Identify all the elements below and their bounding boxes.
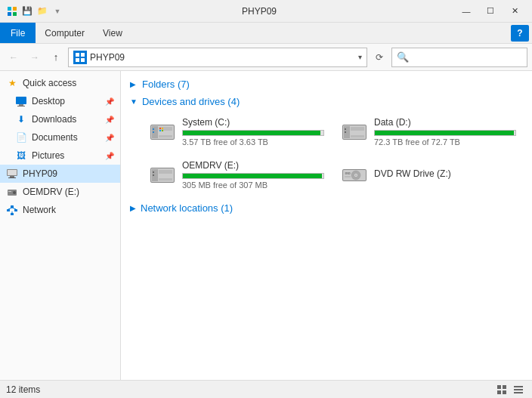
sidebar-item-quick-access[interactable]: ★ Quick access — [0, 74, 120, 92]
new-folder-icon: 📁 — [36, 5, 48, 17]
hdd-icon-d — [341, 119, 368, 146]
svg-rect-16 — [8, 191, 11, 192]
desktop-icon — [15, 95, 27, 107]
oemdrv-icon — [6, 186, 18, 198]
drive-item-e[interactable]: OEMDRV (E:) 305 MB free of 307 MB — [142, 155, 331, 195]
sidebar-item-documents[interactable]: 📄 Documents 📌 — [0, 128, 120, 147]
drive-name-c: System (C:) — [182, 117, 324, 128]
network-icon — [6, 204, 18, 216]
help-button[interactable]: ? — [511, 25, 529, 42]
computer-menu[interactable]: Computer — [36, 23, 94, 43]
svg-rect-8 — [16, 97, 26, 104]
folders-arrow-icon: ▶ — [130, 80, 136, 88]
grid-view-button[interactable] — [494, 383, 509, 396]
refresh-button[interactable]: ⟳ — [370, 48, 388, 66]
sidebar-item-downloads[interactable]: ⬇ Downloads 📌 — [0, 110, 120, 128]
title-bar-icons: 💾 📁 ▼ — [6, 5, 63, 17]
sidebar-item-phyp09[interactable]: PHYP09 — [0, 165, 120, 183]
view-icons — [494, 383, 526, 396]
drive-free-c: 3.57 TB free of 3.63 TB — [182, 137, 324, 147]
file-menu[interactable]: File — [0, 23, 36, 43]
svg-rect-34 — [162, 128, 163, 129]
svg-rect-29 — [153, 131, 154, 133]
window-title: PHYP09 — [68, 6, 450, 17]
svg-rect-13 — [10, 176, 14, 177]
sidebar-item-oemdrv[interactable]: OEMDRV (E:) — [0, 183, 120, 201]
svg-text:DVD: DVD — [345, 172, 351, 175]
address-icon — [73, 51, 87, 64]
address-dropdown[interactable]: ▾ — [358, 53, 362, 61]
svg-rect-36 — [162, 130, 163, 131]
status-bar: 12 items — [0, 380, 532, 398]
svg-rect-12 — [8, 170, 17, 175]
drive-free-e: 305 MB free of 307 MB — [182, 180, 324, 190]
drive-info-e: OEMDRV (E:) 305 MB free of 307 MB — [182, 160, 324, 190]
devices-arrow-icon: ▼ — [130, 97, 138, 106]
pin-icon4: 📌 — [105, 152, 114, 160]
downloads-icon: ⬇ — [15, 113, 27, 125]
drive-free-d: 72.3 TB free of 72.7 TB — [374, 137, 516, 147]
drive-item-d[interactable]: Data (D:) 72.3 TB free of 72.7 TB — [334, 112, 523, 152]
drive-bar-d — [375, 131, 514, 135]
pictures-icon: 🖼 — [15, 150, 27, 162]
drive-bar-c — [183, 131, 320, 135]
folders-section-header[interactable]: ▶ Folders (7) — [130, 77, 523, 91]
drive-name-e: OEMDRV (E:) — [182, 160, 324, 171]
svg-rect-48 — [153, 174, 154, 176]
pin-icon3: 📌 — [105, 134, 114, 142]
back-button[interactable]: ← — [5, 48, 23, 66]
svg-rect-28 — [153, 128, 154, 130]
menu-bar: File Computer View ? — [0, 23, 532, 44]
sidebar-item-pictures[interactable]: 🖼 Pictures 📌 — [0, 147, 120, 165]
minimize-button[interactable]: — — [455, 3, 478, 20]
svg-rect-61 — [497, 390, 501, 394]
drive-name-z: DVD RW Drive (Z:) — [374, 168, 516, 179]
list-view-button[interactable] — [511, 383, 526, 396]
svg-rect-10 — [17, 106, 25, 106]
drive-info-d: Data (D:) 72.3 TB free of 72.7 TB — [374, 117, 516, 147]
svg-rect-2 — [8, 12, 11, 16]
close-button[interactable]: ✕ — [503, 3, 526, 20]
star-icon: ★ — [6, 77, 18, 89]
network-section-header[interactable]: ▶ Network locations (1) — [130, 202, 523, 214]
svg-rect-7 — [81, 58, 85, 62]
svg-rect-19 — [7, 209, 10, 211]
svg-rect-41 — [345, 131, 346, 133]
sidebar-item-desktop[interactable]: Desktop 📌 — [0, 92, 120, 110]
svg-rect-63 — [514, 386, 523, 387]
sidebar-item-network[interactable]: Network — [0, 201, 120, 219]
svg-line-23 — [12, 208, 16, 209]
svg-rect-3 — [13, 12, 17, 16]
svg-rect-9 — [19, 104, 23, 106]
pin-icon: 📌 — [105, 97, 114, 106]
dvd-icon-z: DVD — [341, 162, 368, 189]
svg-rect-62 — [503, 390, 506, 394]
drive-item-z[interactable]: DVD DVD RW Drive (Z:) — [334, 155, 523, 195]
title-bar: 💾 📁 ▼ PHYP09 — ☐ ✕ — [0, 0, 532, 23]
svg-rect-60 — [503, 385, 506, 389]
drive-name-d: Data (D:) — [374, 117, 516, 128]
devices-section-header[interactable]: ▼ Devices and drives (4) — [130, 96, 523, 107]
props-icon: ▼ — [51, 5, 63, 17]
main-area: ★ Quick access Desktop 📌 ⬇ Downloads 📌 📄… — [0, 71, 532, 380]
forward-button[interactable]: → — [26, 48, 44, 66]
content-area: ▶ Folders (7) ▼ Devices and drives (4) — [121, 71, 532, 380]
svg-rect-1 — [13, 7, 17, 11]
save-icon: 💾 — [21, 5, 33, 17]
address-bar[interactable]: PHYP09 ▾ — [68, 48, 367, 67]
computer-icon — [6, 168, 18, 180]
up-button[interactable]: ↑ — [47, 48, 65, 66]
maximize-button[interactable]: ☐ — [479, 3, 502, 20]
network-arrow-icon: ▶ — [130, 204, 136, 212]
nav-bar: ← → ↑ PHYP09 ▾ ⟳ 🔍 — [0, 44, 532, 71]
svg-line-22 — [8, 208, 12, 209]
svg-rect-40 — [345, 128, 346, 130]
svg-rect-4 — [76, 53, 79, 57]
search-bar[interactable]: 🔍 — [391, 48, 527, 67]
drive-bar-container-d — [374, 130, 516, 136]
drive-bar-e — [183, 174, 322, 178]
drive-bar-container-c — [182, 130, 324, 136]
view-menu[interactable]: View — [94, 23, 131, 43]
drive-item-c[interactable]: System (C:) 3.57 TB free of 3.63 TB — [142, 112, 331, 152]
pin-icon2: 📌 — [105, 116, 114, 124]
